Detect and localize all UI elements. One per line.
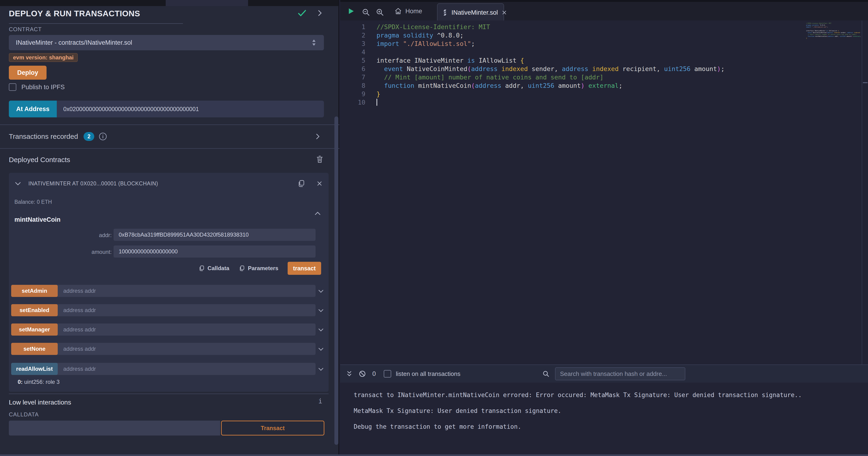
line-number: 1 bbox=[340, 23, 365, 31]
line-number: 4 bbox=[340, 48, 365, 56]
solidity-file-icon bbox=[442, 9, 448, 16]
copy-address-icon[interactable] bbox=[297, 179, 305, 188]
expand-setManager-chevron-icon[interactable] bbox=[317, 326, 324, 333]
expand-setEnabled-chevron-icon[interactable] bbox=[317, 307, 324, 314]
at-address-input[interactable] bbox=[57, 101, 324, 117]
panel-scrollbar-thumb[interactable] bbox=[334, 116, 338, 445]
code-editor[interactable]: 1//SPDX-License-Identifier: MIT2pragma s… bbox=[340, 21, 868, 365]
setManager-button[interactable]: setManager bbox=[11, 323, 58, 336]
terminal-toolbar: 0 listen on all transactions bbox=[340, 365, 868, 382]
collapse-contract-chevron-icon[interactable] bbox=[14, 179, 22, 188]
setAdmin-button[interactable]: setAdmin bbox=[11, 285, 58, 297]
tab-close-icon[interactable] bbox=[501, 9, 507, 16]
low-level-calldata-input[interactable] bbox=[9, 421, 220, 435]
function-row-setManager: setManager bbox=[11, 323, 324, 336]
addr-param-input[interactable] bbox=[114, 229, 315, 241]
evm-version-badge: evm version: shanghai bbox=[9, 53, 78, 62]
expand-setAdmin-chevron-icon[interactable] bbox=[317, 288, 324, 294]
transactions-count-badge: 2 bbox=[84, 132, 94, 141]
contract-balance: Balance: 0 ETH bbox=[14, 199, 52, 205]
terminal-log-line: Debug the transaction to get more inform… bbox=[354, 423, 842, 430]
tab-home-label: Home bbox=[405, 8, 422, 15]
code-line-2: 2pragma solidity ^0.8.0; bbox=[340, 31, 852, 39]
low-level-title: Low level interactions bbox=[9, 399, 71, 406]
contract-label: CONTRACT bbox=[9, 26, 42, 33]
panel-title: DEPLOY & RUN TRANSACTIONS bbox=[9, 9, 140, 18]
transactions-recorded-label: Transactions recorded bbox=[9, 133, 78, 140]
contract-select[interactable]: INativeMinter - contracts/INativeMinter.… bbox=[9, 35, 324, 50]
remove-contract-close-icon[interactable] bbox=[316, 180, 323, 187]
low-level-transact-button[interactable]: Transact bbox=[221, 421, 324, 435]
editor-tabbar: Home INativeMinter.sol bbox=[340, 0, 868, 21]
panel-top-strip bbox=[0, 0, 338, 6]
function-row-readAllowList: readAllowList bbox=[11, 363, 324, 375]
zoom-in-icon[interactable] bbox=[376, 8, 384, 17]
deploy-button[interactable]: Deploy bbox=[9, 66, 46, 80]
code-line-6: 6 event NativeCoinMinted(address indexed… bbox=[340, 65, 852, 73]
transactions-recorded-row[interactable]: Transactions recorded 2 bbox=[9, 130, 331, 143]
section-divider bbox=[0, 148, 339, 149]
clear-console-icon[interactable] bbox=[359, 370, 366, 378]
copy-calldata-label: Calldata bbox=[208, 265, 229, 272]
readAllowList-button[interactable]: readAllowList bbox=[11, 363, 58, 375]
code-line-5: 5interface INativeMinter is IAllowList { bbox=[340, 56, 852, 65]
setEnabled-input[interactable] bbox=[58, 304, 315, 316]
tab-inativeminter-sol[interactable]: INativeMinter.sol bbox=[437, 3, 504, 22]
amount-param-input[interactable] bbox=[114, 246, 315, 258]
code-line-3: 3import "./IAllowList.sol"; bbox=[340, 39, 852, 48]
terminal-output[interactable]: transact to INativeMinter.mintNativeCoin… bbox=[354, 382, 842, 430]
readAllowList-input[interactable] bbox=[58, 363, 315, 375]
setNone-button[interactable]: setNone bbox=[11, 343, 58, 355]
listen-transactions-label: listen on all transactions bbox=[396, 370, 460, 377]
section-divider bbox=[0, 124, 339, 125]
setEnabled-button[interactable]: setEnabled bbox=[11, 304, 58, 316]
terminal-collapse-double-chevron-icon[interactable] bbox=[345, 370, 353, 378]
trash-icon[interactable] bbox=[315, 154, 324, 164]
deployed-contract-name: INATIVEMINTER AT 0X020...00001 (BLOCKCHA… bbox=[28, 180, 158, 187]
code-line-10: 10 bbox=[340, 98, 852, 107]
copy-calldata-button[interactable]: Calldata bbox=[198, 265, 229, 272]
publish-to-ipfs-checkbox[interactable] bbox=[9, 83, 16, 91]
tab-home[interactable]: Home bbox=[391, 2, 425, 21]
low-level-info-icon: i bbox=[318, 397, 322, 405]
tab-file-label: INativeMinter.sol bbox=[452, 9, 498, 16]
terminal-search-input[interactable] bbox=[555, 367, 685, 380]
code-line-1: 1//SPDX-License-Identifier: MIT bbox=[340, 23, 852, 31]
terminal-log-line: MetaMask Tx Signature: User denied trans… bbox=[354, 407, 842, 414]
transact-button[interactable]: transact bbox=[288, 262, 321, 275]
title-underline bbox=[9, 23, 183, 24]
text-cursor bbox=[376, 99, 377, 106]
terminal-log-line: transact to INativeMinter.mintNativeCoin… bbox=[354, 392, 842, 398]
expand-readAllowList-chevron-icon[interactable] bbox=[317, 366, 324, 373]
at-address-button[interactable]: At Address bbox=[9, 101, 57, 117]
setManager-input[interactable] bbox=[58, 323, 315, 336]
expand-setNone-chevron-icon[interactable] bbox=[317, 346, 324, 352]
function-name-heading: mintNativeCoin bbox=[14, 216, 61, 223]
search-icon bbox=[542, 370, 550, 378]
amount-param-label: amount: bbox=[18, 249, 112, 255]
deployed-contract-card: INATIVEMINTER AT 0X020...00001 (BLOCKCHA… bbox=[9, 173, 329, 392]
deployed-contract-header[interactable]: INATIVEMINTER AT 0X020...00001 (BLOCKCHA… bbox=[9, 178, 329, 189]
line-number: 6 bbox=[340, 65, 365, 73]
setAdmin-input[interactable] bbox=[58, 285, 315, 297]
line-number: 7 bbox=[340, 73, 365, 82]
function-row-setAdmin: setAdmin bbox=[11, 285, 324, 297]
terminal-panel: 0 listen on all transactions transact to… bbox=[340, 365, 868, 456]
read-allowlist-result: 0: uint256: role 3 bbox=[18, 379, 60, 385]
editor-column: Home INativeMinter.sol 1//SPDX-License-I… bbox=[340, 0, 868, 456]
code-lines: 1//SPDX-License-Identifier: MIT2pragma s… bbox=[340, 23, 852, 107]
editor-minimap[interactable]: //SPDX-License-Identifier: MITpragma sol… bbox=[806, 22, 861, 50]
code-line-7: 7 // Mint [amount] number of native coin… bbox=[340, 73, 852, 82]
expand-transactions-chevron-icon[interactable] bbox=[314, 133, 321, 140]
collapse-function-chevron-icon[interactable] bbox=[314, 209, 321, 218]
run-script-play-icon[interactable] bbox=[347, 7, 355, 16]
select-arrows-icon bbox=[311, 39, 317, 47]
editor-scrollbar-thumb[interactable] bbox=[863, 82, 868, 83]
copy-parameters-button[interactable]: Parameters bbox=[239, 265, 278, 272]
bottom-statusbar-edge bbox=[0, 454, 868, 456]
collapse-panel-chevron-icon[interactable] bbox=[315, 9, 324, 17]
listen-transactions-checkbox[interactable] bbox=[384, 370, 391, 377]
function-row-setNone: setNone bbox=[11, 343, 324, 355]
setNone-input[interactable] bbox=[58, 343, 315, 355]
zoom-out-icon[interactable] bbox=[362, 8, 370, 17]
